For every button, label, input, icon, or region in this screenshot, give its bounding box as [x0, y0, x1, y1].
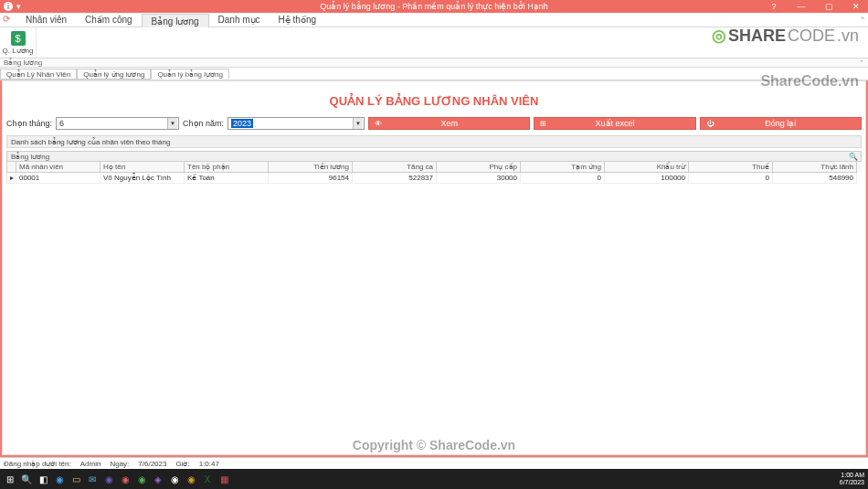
edge-icon[interactable]: ◉: [51, 471, 68, 487]
ribbon: $ Q. Lương: [0, 27, 868, 58]
menu-chamcong[interactable]: Chấm công: [76, 13, 142, 27]
year-select[interactable]: 2023 ▼: [228, 117, 365, 130]
app-icon[interactable]: ◉: [117, 471, 133, 487]
excel-icon[interactable]: X: [199, 471, 216, 487]
menu-danhmuc[interactable]: Danh mục: [209, 13, 270, 27]
chevron-down-icon: ▼: [167, 118, 177, 129]
statusbar: Đăng nhập dưới tên: Admin Ngày: 7/6/2023…: [0, 457, 868, 469]
maximize-button[interactable]: ▢: [819, 1, 839, 12]
status-user: Admin: [80, 460, 101, 468]
subtabs: Quản Lý Nhân Viên Quản lý ứng lương Quản…: [0, 68, 868, 80]
status-date: 7/6/2023: [138, 460, 166, 468]
col-ot[interactable]: Tăng ca: [353, 162, 437, 173]
titlebar: i ▾ Quản lý bảng lương - Phần mềm quản l…: [0, 0, 868, 13]
chrome-icon[interactable]: ◉: [166, 471, 183, 487]
section-label: Danh sách bảng lương của nhân viên theo …: [6, 135, 862, 148]
menubar: ⟳ Nhân viên Chấm công Bảng lương Danh mụ…: [0, 13, 868, 27]
ribbon-group-label: Q. Lương: [2, 47, 33, 55]
explorer-icon[interactable]: ▭: [68, 471, 84, 487]
search-icon[interactable]: 🔍: [849, 153, 858, 161]
year-label: Chọn năm:: [183, 119, 224, 128]
minimize-button[interactable]: —: [791, 1, 811, 12]
app-icon-4[interactable]: ▦: [216, 471, 232, 487]
ribbon-group-salary[interactable]: $ Q. Lương: [0, 27, 37, 58]
grid-header: Mã nhân viên Họ tên Tên bộ phận Tiền lươ…: [6, 162, 862, 173]
col-net[interactable]: Thực lãnh: [773, 162, 857, 173]
close-button[interactable]: ✕: [846, 1, 866, 12]
status-time-label: Giờ:: [175, 460, 189, 468]
filter-bar: Chọn tháng: 6 ▼ Chọn năm: 2023 ▼ 👁 Xem ⊞…: [6, 117, 862, 130]
row-indicator: ▸: [7, 173, 16, 184]
col-tax[interactable]: Thuế: [689, 162, 773, 173]
mail-icon[interactable]: ✉: [84, 471, 101, 487]
system-clock[interactable]: 1:00 AM 6/7/2023: [840, 472, 864, 485]
salary-grid: Bảng lương 🔍 Mã nhân viên Họ tên Tên bộ …: [6, 151, 862, 184]
col-ded[interactable]: Khẩu trừ: [605, 162, 689, 173]
table-row[interactable]: ▸ 00001 Võ Nguyễn Lộc Tình Kế Toán 96154…: [6, 173, 862, 184]
tab-bangluong[interactable]: Quản lý bảng lương: [151, 69, 229, 80]
row-header: [7, 162, 16, 173]
month-select[interactable]: 6 ▼: [56, 117, 179, 130]
excel-icon: ⊞: [540, 120, 546, 128]
view-button[interactable]: 👁 Xem: [368, 117, 530, 130]
col-allow[interactable]: Phụ cấp: [437, 162, 521, 173]
help-icon[interactable]: ?: [764, 1, 784, 12]
main-panel: QUẢN LÝ BẢNG LƯƠNG NHÂN VIÊN Chọn tháng:…: [2, 80, 866, 455]
ribbon-caption: Bảng lương ⌃: [0, 58, 868, 68]
taskview-button[interactable]: ◧: [35, 471, 51, 487]
status-user-label: Đăng nhập dưới tên:: [4, 460, 71, 468]
collapse-ribbon-icon[interactable]: ^: [861, 15, 864, 23]
chevron-down-icon: ▼: [353, 118, 363, 129]
eye-icon: 👁: [375, 120, 382, 128]
close-panel-button[interactable]: ⏻ Đóng lại: [700, 117, 862, 130]
col-adv[interactable]: Tạm ứng: [521, 162, 605, 173]
window-title: Quản lý bảng lương - Phần mềm quản lý th…: [320, 2, 548, 11]
status-time: 1:0:47: [199, 460, 219, 468]
col-dept[interactable]: Tên bộ phận: [185, 162, 269, 173]
tab-ungluong[interactable]: Quản lý ứng lương: [77, 69, 151, 80]
menu-bangluong[interactable]: Bảng lương: [142, 14, 209, 27]
refresh-icon[interactable]: ⟳: [3, 14, 10, 24]
menu-nhanvien[interactable]: Nhân viên: [16, 13, 76, 27]
expand-icon[interactable]: ⌃: [859, 59, 864, 67]
teams-icon[interactable]: ◉: [101, 471, 117, 487]
power-icon: ⏻: [706, 120, 714, 128]
menu-hethong[interactable]: Hệ thống: [270, 13, 325, 27]
col-salary[interactable]: Tiền lương: [269, 162, 353, 173]
dropdown-icon[interactable]: ▾: [16, 2, 21, 11]
app-icon-3[interactable]: ◉: [183, 471, 199, 487]
taskbar: ⊞ 🔍 ◧ ◉ ▭ ✉ ◉ ◉ ◉ ◈ ◉ ◉ X ▦ 1:00 AM 6/7/…: [0, 469, 868, 489]
month-label: Chọn tháng:: [6, 119, 52, 128]
start-button[interactable]: ⊞: [2, 471, 18, 487]
col-name[interactable]: Họ tên: [101, 162, 185, 173]
search-button[interactable]: 🔍: [18, 471, 35, 487]
app-icon-2[interactable]: ◉: [133, 471, 150, 487]
grid-caption: Bảng lương 🔍: [6, 151, 862, 162]
tab-nhanvien[interactable]: Quản Lý Nhân Viên: [0, 69, 77, 80]
col-id[interactable]: Mã nhân viên: [16, 162, 101, 173]
page-heading: QUẢN LÝ BẢNG LƯƠNG NHÂN VIÊN: [6, 94, 862, 108]
dollar-icon: $: [11, 31, 26, 46]
app-icon: i: [4, 2, 13, 11]
status-date-label: Ngày:: [110, 460, 129, 468]
vs-icon[interactable]: ◈: [150, 471, 166, 487]
export-excel-button[interactable]: ⊞ Xuất excel: [534, 117, 695, 130]
